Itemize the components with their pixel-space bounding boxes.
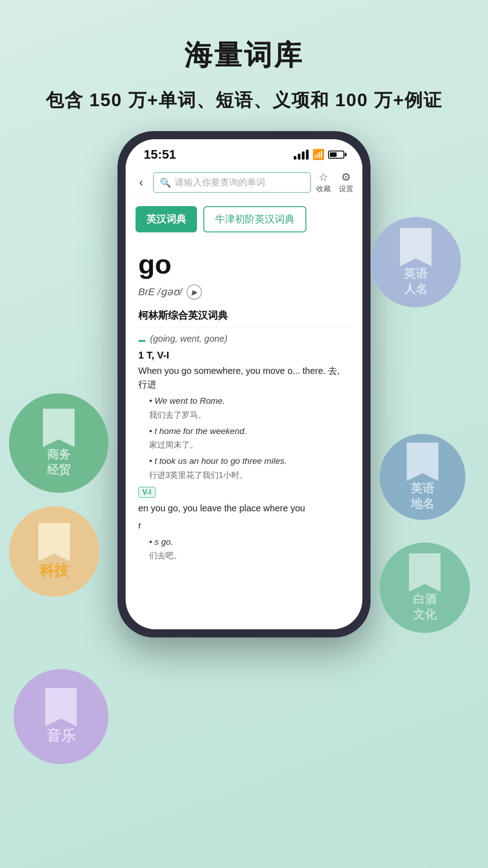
- dict-tabs: 英汉词典 牛津初阶英汉词典: [126, 199, 362, 240]
- content-area: go BrE /ɡəʊ/ ▶ 柯林斯综合英汉词典 (going, went, g…: [126, 240, 362, 576]
- definition-1: 1 T, V-I When you go somewhere, you move…: [138, 349, 350, 481]
- circle-yingyu-diming[interactable]: 英语地名: [380, 434, 465, 520]
- renming-bookmark: [400, 228, 432, 266]
- example-4-en: s go.: [149, 536, 350, 549]
- example-2-en: t home for the weekend.: [149, 425, 350, 438]
- yinyue-label: 音乐: [47, 726, 75, 745]
- page-subtitle: 包含 150 万+单词、短语、义项和 100 万+例证: [0, 88, 488, 113]
- collect-button[interactable]: ☆ 收藏: [316, 171, 331, 194]
- def-text-2-cont: r: [138, 519, 350, 532]
- phone-mockup: 15:51 📶 ‹ 🔍 请输入你要查询的单词: [117, 131, 371, 637]
- search-bar[interactable]: 🔍 请输入你要查询的单词: [153, 172, 311, 193]
- search-icon: 🔍: [160, 177, 171, 188]
- content-scroll[interactable]: go BrE /ɡəʊ/ ▶ 柯林斯综合英汉词典 (going, went, g…: [126, 240, 362, 629]
- renming-label: 英语人名: [404, 266, 427, 297]
- example-4-zh: 们去吧。: [149, 550, 350, 561]
- example-1-en: We went to Rome.: [149, 395, 350, 408]
- example-2-zh: 家过周末了。: [149, 439, 350, 450]
- search-input-placeholder: 请输入你要查询的单词: [175, 176, 265, 189]
- v2-badge: V-I: [138, 487, 155, 498]
- dict-source: 柯林斯综合英汉词典: [138, 309, 350, 327]
- baijiu-label: 白酒文化: [413, 592, 436, 623]
- baijiu-bookmark: [409, 553, 441, 592]
- signal-icon: [294, 150, 309, 160]
- audio-button[interactable]: ▶: [187, 284, 202, 300]
- circle-shangwu[interactable]: 商务经贸: [9, 393, 108, 493]
- status-icons: 📶: [294, 149, 344, 160]
- pos-forms: (going, went, gone): [150, 334, 227, 344]
- top-nav: ‹ 🔍 请输入你要查询的单词 ☆ 收藏 ⚙ 设置: [126, 166, 362, 199]
- page-title: 海量词库: [0, 0, 488, 74]
- def-text-1: When you go somewhere, you move o... the…: [138, 364, 350, 391]
- battery-icon: [328, 151, 344, 159]
- back-button[interactable]: ‹: [135, 174, 148, 191]
- example-1-zh: 我们去了罗马。: [149, 410, 350, 420]
- status-bar: 15:51 📶: [126, 139, 362, 166]
- shangwu-label: 商务经贸: [47, 447, 70, 478]
- pos-line: (going, went, gone): [138, 334, 350, 344]
- pos-v2: V-I: [138, 487, 350, 498]
- keji-bookmark: [38, 523, 70, 561]
- collect-label: 收藏: [316, 184, 331, 194]
- shangwu-bookmark: [43, 409, 75, 447]
- gear-icon: ⚙: [341, 171, 351, 184]
- definition-2: en you go, you leave the place where you…: [138, 501, 350, 561]
- example-3-en: t took us an hour to go three miles.: [149, 455, 350, 468]
- star-icon: ☆: [319, 171, 328, 184]
- word-title: go: [138, 249, 350, 280]
- circle-baijiu[interactable]: 白酒文化: [380, 542, 470, 633]
- circle-keji[interactable]: 科技: [9, 506, 99, 597]
- circle-yingyu-renming[interactable]: 英语人名: [371, 217, 461, 307]
- diming-bookmark: [407, 443, 438, 481]
- circle-yinyue[interactable]: 音乐: [14, 669, 108, 764]
- def-text-2: en you go, you leave the place where you: [138, 501, 350, 515]
- def-num-1: 1 T, V-I: [138, 349, 350, 361]
- settings-label: 设置: [339, 184, 353, 194]
- phonetic-text: BrE /ɡəʊ/: [138, 286, 182, 298]
- tab-yinghan[interactable]: 英汉词典: [136, 206, 197, 232]
- yinyue-bookmark: [45, 688, 77, 726]
- settings-button[interactable]: ⚙ 设置: [339, 171, 353, 194]
- nav-icons: ☆ 收藏 ⚙ 设置: [316, 171, 353, 194]
- tab-oxford[interactable]: 牛津初阶英汉词典: [203, 206, 306, 232]
- pos-badge: [138, 340, 145, 342]
- example-3-zh: 行进3英里花了我们1小时。: [149, 470, 350, 481]
- keji-label: 科技: [40, 561, 69, 580]
- diming-label: 英语地名: [411, 481, 434, 512]
- wifi-icon: 📶: [312, 149, 324, 160]
- phonetic: BrE /ɡəʊ/ ▶: [138, 284, 350, 300]
- status-time: 15:51: [144, 147, 176, 162]
